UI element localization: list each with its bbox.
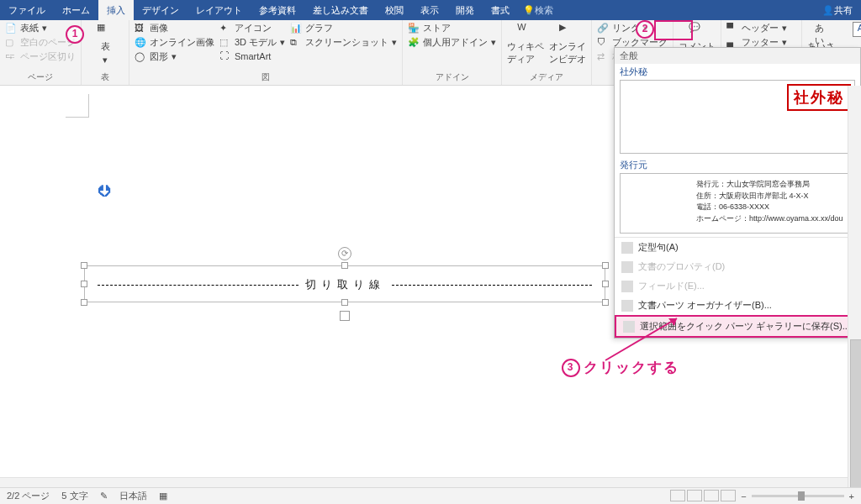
screenshot-button[interactable]: ⧉スクリーンショット ▾ [290, 36, 397, 49]
scroll-thumb[interactable] [850, 339, 861, 504]
zoom-in[interactable]: + [849, 491, 854, 501]
tell-me-search[interactable]: 💡 検索 [518, 0, 558, 20]
qp-docprops: 文書のプロパティ(D) [615, 257, 860, 276]
layout-options-handle[interactable] [340, 311, 350, 321]
selected-textbox[interactable]: ⟳ 切り取り線 [84, 254, 605, 314]
blank-icon: ▢ [5, 37, 17, 49]
header-button[interactable]: ▀ヘッダー ▾ [726, 22, 796, 34]
qp-block-confidential[interactable]: 社外秘 社外秘 [615, 64, 860, 157]
qp-thumb-issuer: 発行元：大山女学院同窓会事務局 住所：大阪府吹田市岸部北 4-X-X 電話：06… [620, 173, 855, 234]
resize-handle[interactable] [341, 262, 348, 269]
field-icon [621, 281, 633, 292]
tab-layout[interactable]: レイアウト [188, 0, 251, 20]
group-table-label: 表 [87, 70, 124, 83]
store-icon: 🏪 [408, 23, 420, 34]
issuer-line: 発行元：大山女学院同窓会事務局 [696, 179, 849, 191]
break-icon: ⮓ [5, 51, 17, 63]
status-page[interactable]: 2/2 ページ [7, 490, 50, 502]
page-icon: 📄 [5, 23, 17, 34]
status-words[interactable]: 5 文字 [61, 490, 87, 502]
resize-handle[interactable] [81, 262, 87, 269]
group-addin: 🏪ストア 🧩個人用アドイン ▾ アドイン [403, 20, 502, 85]
view-buttons[interactable] [668, 490, 736, 503]
status-macro-icon[interactable]: ▦ [159, 491, 167, 501]
group-addin-label: アドイン [408, 70, 496, 83]
horizontal-scrollbar[interactable] [0, 477, 848, 487]
issuer-line: ホームページ：http://www.oyama.xx.xx/dou [696, 213, 849, 225]
chart-button[interactable]: 📊グラフ [290, 22, 397, 34]
resize-handle[interactable] [81, 281, 87, 287]
blank-page-button[interactable]: ▢空白のページ [5, 36, 76, 49]
resize-handle[interactable] [341, 299, 348, 306]
3d-model-button[interactable]: ⬚3D モデル ▾ [219, 36, 285, 49]
callout-1: 1 [66, 25, 84, 44]
chart-icon: 📊 [290, 23, 302, 34]
group-illust-label: 図 [135, 70, 397, 83]
resize-handle[interactable] [602, 262, 609, 269]
zoom-out[interactable]: − [741, 491, 746, 501]
zoom-knob[interactable] [798, 491, 805, 501]
tab-design[interactable]: デザイン [134, 0, 188, 20]
tab-review[interactable]: 校閲 [377, 0, 412, 20]
status-proof-icon[interactable]: ✎ [100, 491, 108, 501]
tab-format[interactable]: 書式 [483, 0, 518, 20]
smartart-button[interactable]: ⛶SmartArt [219, 50, 285, 62]
page-break-button[interactable]: ⮓ページ区切り [5, 50, 76, 63]
group-table: ▦表▾ 表 [82, 20, 129, 85]
share-button[interactable]: 👤 共有 [814, 0, 861, 20]
qp-autotext[interactable]: 定型句(A) [615, 238, 860, 257]
smartart-icon: ⛶ [219, 50, 231, 62]
textbox-icon: A [853, 22, 861, 37]
status-lang[interactable]: 日本語 [119, 490, 147, 502]
issuer-line: 電話：06-6338-XXXX [696, 202, 849, 213]
issuer-line: 住所：大阪府吹田市岸部北 4-X-X [696, 191, 849, 202]
online-picture-button[interactable]: 🌐オンライン画像 [135, 36, 214, 49]
xref-icon: ⇄ [597, 51, 609, 63]
dash-right [392, 285, 593, 286]
wiki-button[interactable]: Wウィキペディア [507, 22, 544, 66]
zoom-slider[interactable] [752, 495, 844, 497]
qp-organizer[interactable]: 文書パーツ オーガナイザー(B)... [615, 296, 860, 315]
tab-insert[interactable]: 挿入 [98, 0, 134, 20]
picture-icon: 🖼 [135, 23, 146, 34]
callout-3-text: クリックする [584, 358, 679, 377]
wiki-icon: W [517, 22, 534, 39]
page-margin-corner [66, 94, 89, 118]
table-icon: ▦ [97, 22, 114, 39]
table-button[interactable]: ▦表▾ [87, 22, 124, 66]
icons-button[interactable]: ✦アイコン [219, 22, 285, 34]
docprops-icon [621, 261, 633, 273]
my-addins-button[interactable]: 🧩個人用アドイン ▾ [408, 36, 496, 49]
tab-view[interactable]: 表示 [412, 0, 447, 20]
store-button[interactable]: 🏪ストア [408, 22, 496, 34]
resize-handle[interactable] [602, 281, 609, 287]
rotate-handle[interactable]: ⟳ [338, 247, 351, 260]
tab-ref[interactable]: 参考資料 [251, 0, 304, 20]
callout-2-highlight [654, 20, 693, 40]
tab-mail[interactable]: 差し込み文書 [304, 0, 377, 20]
online-video-button[interactable]: ▶オンラインビデオ [549, 22, 586, 66]
titlebar-spacer [558, 0, 814, 20]
organizer-icon [621, 300, 633, 312]
group-illust: 🖼画像 🌐オンライン画像 ◯図形 ▾ ✦アイコン ⬚3D モデル ▾ ⛶Smar… [129, 20, 403, 85]
tab-file[interactable]: ファイル [0, 0, 54, 20]
group-media: Wウィキペディア ▶オンラインビデオ メディア [502, 20, 592, 85]
shapes-button[interactable]: ◯図形 ▾ [135, 50, 214, 63]
cutline-row: 切り取り線 [98, 277, 592, 292]
confidential-stamp: 社外秘 [787, 84, 851, 111]
qp-thumb-confidential: 社外秘 [620, 80, 855, 154]
vertical-scrollbar[interactable] [848, 86, 861, 487]
textbox-button[interactable]: A [844, 22, 861, 37]
share-label: 共有 [834, 4, 853, 17]
picture-button[interactable]: 🖼画像 [135, 22, 214, 34]
ribbon-tabs: ファイル ホーム 挿入 デザイン レイアウト 参考資料 差し込み文書 校閲 表示… [0, 0, 861, 20]
qp-block-issuer[interactable]: 発行元 発行元：大山女学院同窓会事務局 住所：大阪府吹田市岸部北 4-X-X 電… [615, 157, 860, 237]
header-icon: ▀ [726, 23, 738, 34]
shapes-icon: ◯ [135, 51, 146, 63]
resize-handle[interactable] [81, 299, 87, 306]
tab-home[interactable]: ホーム [54, 0, 98, 20]
tab-dev[interactable]: 開発 [447, 0, 483, 20]
resize-handle[interactable] [602, 299, 609, 306]
qp-block-title: 発行元 [620, 159, 855, 171]
bookmark-icon: ⛉ [597, 37, 609, 49]
